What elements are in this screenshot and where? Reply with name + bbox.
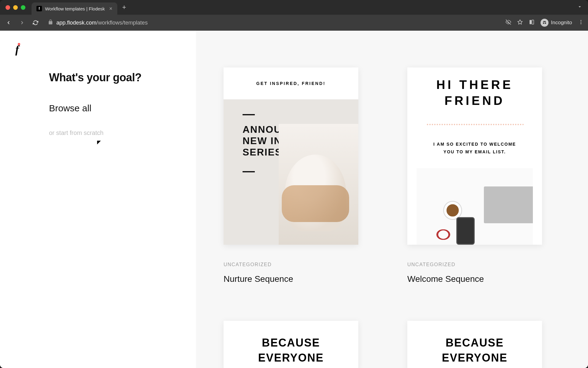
template-card-nurture[interactable]: GET INSPIRED, FRIEND! ANNOUNCING MY NEW … <box>224 67 377 284</box>
templates-area: GET INSPIRED, FRIEND! ANNOUNCING MY NEW … <box>196 31 588 368</box>
url-bar: app.flodesk.com/workflows/templates Inco… <box>0 15 588 31</box>
preview-headline: BECAUSE EVERYONE LOVES A FREEBIE... <box>242 335 340 368</box>
browse-all-link[interactable]: Browse all <box>49 103 181 113</box>
preview-headline: HI THERE FRIEND <box>420 77 530 109</box>
window-dropdown-icon[interactable] <box>577 4 582 11</box>
back-button[interactable] <box>4 18 13 27</box>
template-preview[interactable]: HI THERE FRIEND I AM SO EXCITED TO WELCO… <box>407 67 542 245</box>
incognito-badge[interactable]: Incognito <box>541 19 572 27</box>
template-preview[interactable]: BECAUSE EVERYONE LOVES A FREEBIE... <box>224 321 358 368</box>
browser-tab[interactable]: f Workflow templates | Flodesk × <box>32 2 117 15</box>
reload-button[interactable] <box>31 18 40 27</box>
template-category: UNCATEGORIZED <box>407 262 560 267</box>
page-title: What's your goal? <box>49 71 181 84</box>
new-tab-button[interactable]: + <box>122 3 126 11</box>
preview-tag: GET INSPIRED, FRIEND! <box>224 67 358 99</box>
template-card-freebie-1[interactable]: BECAUSE EVERYONE LOVES A FREEBIE... <box>224 321 377 368</box>
preview-image <box>279 124 358 245</box>
template-title: Welcome Sequence <box>407 274 560 284</box>
menu-dots-icon[interactable] <box>578 19 584 26</box>
svg-point-3 <box>543 22 545 24</box>
incognito-label: Incognito <box>551 20 572 26</box>
svg-rect-2 <box>532 20 534 24</box>
preview-subtext: I AM SO EXCITED TO WELCOME YOU TO MY EMA… <box>420 140 530 156</box>
template-title: Nurture Sequence <box>224 274 377 284</box>
cursor-icon: ◤ <box>97 139 101 145</box>
svg-point-4 <box>545 22 546 24</box>
eye-off-icon[interactable] <box>506 19 511 26</box>
flodesk-logo[interactable]: f <box>15 43 23 53</box>
window-titlebar: f Workflow templates | Flodesk × + <box>0 0 588 15</box>
forward-button[interactable] <box>18 18 26 27</box>
svg-point-7 <box>581 23 582 24</box>
start-from-scratch-link[interactable]: or start from scratch <box>49 129 181 136</box>
bookmark-star-icon[interactable] <box>517 19 523 26</box>
close-window-button[interactable] <box>6 5 10 10</box>
sidebar: f What's your goal? Browse all or start … <box>0 31 196 368</box>
template-card-welcome[interactable]: HI THERE FRIEND I AM SO EXCITED TO WELCO… <box>407 67 560 284</box>
template-card-freebie-2[interactable]: BECAUSE EVERYONE LOVES A FREEBIE... <box>407 321 560 368</box>
svg-point-5 <box>581 20 582 21</box>
window-controls <box>6 5 25 10</box>
tab-title: Workflow templates | Flodesk <box>45 6 105 11</box>
svg-marker-0 <box>518 20 522 24</box>
template-preview[interactable]: BECAUSE EVERYONE LOVES A FREEBIE... <box>407 321 542 368</box>
incognito-icon <box>541 19 548 27</box>
maximize-window-button[interactable] <box>21 5 25 10</box>
close-tab-icon[interactable]: × <box>109 6 112 12</box>
wave-divider <box>426 124 524 125</box>
url-text: app.flodesk.com/workflows/templates <box>56 20 148 26</box>
minimize-window-button[interactable] <box>13 5 18 10</box>
extensions-icon[interactable] <box>529 19 534 26</box>
address-bar[interactable]: app.flodesk.com/workflows/templates <box>45 19 501 26</box>
preview-image <box>417 168 533 245</box>
svg-point-6 <box>581 22 582 23</box>
preview-headline: BECAUSE EVERYONE LOVES A FREEBIE... <box>426 335 524 368</box>
template-preview[interactable]: GET INSPIRED, FRIEND! ANNOUNCING MY NEW … <box>224 67 358 245</box>
tab-favicon-icon: f <box>36 6 42 11</box>
svg-rect-1 <box>530 20 531 24</box>
lock-icon <box>48 19 53 26</box>
template-category: UNCATEGORIZED <box>224 262 377 267</box>
divider-line <box>243 171 255 172</box>
divider-line <box>243 114 255 115</box>
